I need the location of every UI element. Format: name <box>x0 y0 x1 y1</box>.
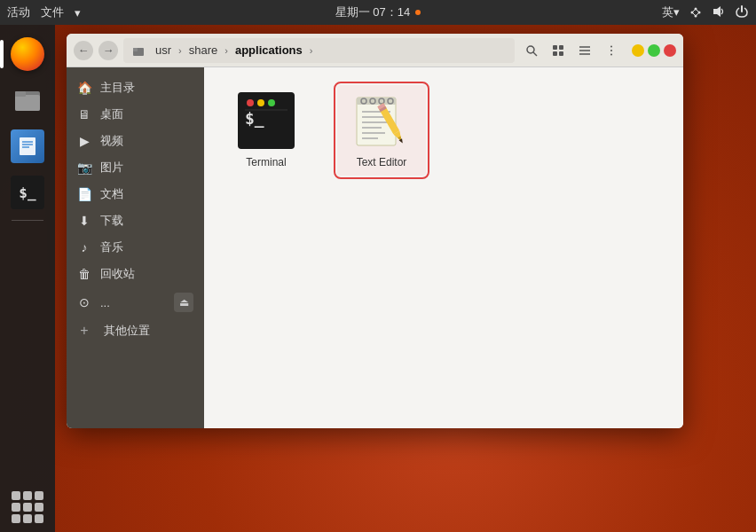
svg-rect-12 <box>20 137 35 155</box>
sidebar-documents-label: 文档 <box>100 186 123 202</box>
svg-point-29 <box>610 53 612 55</box>
svg-point-33 <box>247 99 254 106</box>
forward-button[interactable]: → <box>98 41 118 60</box>
sidebar-item-home[interactable]: 🏠 主目录 <box>67 74 204 101</box>
file-item-terminal[interactable]: $_ Terminal <box>222 85 311 176</box>
svg-rect-20 <box>553 45 557 50</box>
topbar-left: 活动 文件 ▾ <box>7 4 255 20</box>
svg-line-6 <box>692 12 696 16</box>
app-name-label: 文件 <box>41 4 64 20</box>
svg-rect-17 <box>133 48 138 51</box>
svg-text:$_: $_ <box>245 109 264 128</box>
sidebar-music-label: 音乐 <box>100 239 123 255</box>
text-editor-file-label: Text Editor <box>357 156 407 168</box>
fm-sidebar: 🏠 主目录 🖥 桌面 ▶ 视频 📷 图片 📄 文档 ⬇ 下载 <box>67 67 204 428</box>
app-menu-button[interactable]: ▾ <box>75 6 81 20</box>
clock-label: 星期一 07：14 <box>335 4 411 20</box>
svg-line-19 <box>533 52 537 56</box>
sidebar-item-pictures[interactable]: 📷 图片 <box>67 154 204 181</box>
terminal-file-icon: $_ <box>238 92 295 149</box>
breadcrumb-sep-1: › <box>178 45 182 56</box>
svg-rect-23 <box>559 51 563 56</box>
dock-bottom <box>12 491 43 532</box>
sidebar-desktop-label: 桌面 <box>100 106 123 122</box>
documents-icon: 📄 <box>77 187 91 201</box>
grid-dot <box>12 503 20 512</box>
topbar-right: 英▾ <box>501 4 749 21</box>
grid-dot <box>23 503 32 512</box>
fm-titlebar: ← → usr › share › applications › <box>67 34 683 67</box>
sidebar-item-downloads[interactable]: ⬇ 下载 <box>67 207 204 234</box>
view-list-button[interactable] <box>573 39 596 62</box>
grid-dot <box>35 491 43 500</box>
maximize-button[interactable] <box>648 44 660 57</box>
svg-rect-10 <box>15 95 40 111</box>
sidebar-downloads-label: 下载 <box>100 213 123 229</box>
grid-dot <box>23 491 32 500</box>
breadcrumb-usr[interactable]: usr <box>152 42 175 59</box>
sidebar-pictures-label: 图片 <box>100 160 123 176</box>
topbar-center: 星期一 07：14 <box>255 4 502 20</box>
svg-rect-21 <box>559 45 563 50</box>
topbar: 活动 文件 ▾ 星期一 07：14 英▾ <box>0 0 756 25</box>
sidebar-item-more[interactable]: ⊙ ... ⏏ <box>67 287 204 317</box>
sidebar-video-label: 视频 <box>100 133 123 149</box>
file-item-text-editor[interactable]: Text Editor <box>337 85 426 176</box>
minimize-button[interactable] <box>632 44 644 57</box>
fm-main: $_ Terminal <box>204 67 683 428</box>
desktop-icon: 🖥 <box>77 107 91 121</box>
pictures-icon: 📷 <box>77 160 91 175</box>
sidebar-item-trash[interactable]: 🗑 回收站 <box>67 261 204 287</box>
menu-button[interactable] <box>600 39 623 62</box>
location-icon-button[interactable] <box>129 41 148 60</box>
volume-icon[interactable] <box>712 4 726 21</box>
language-button[interactable]: 英▾ <box>662 4 680 20</box>
svg-point-18 <box>527 46 534 53</box>
downloads-icon: ⬇ <box>77 214 91 228</box>
grid-dot <box>23 514 32 523</box>
sidebar-item-desktop[interactable]: 🖥 桌面 <box>67 101 204 128</box>
dock-item-firefox[interactable] <box>7 34 48 74</box>
video-icon: ▶ <box>77 134 91 148</box>
power-icon[interactable] <box>735 4 749 21</box>
dock-divider <box>12 220 43 221</box>
search-button[interactable] <box>520 39 543 62</box>
more-icon: ⊙ <box>77 295 91 309</box>
svg-rect-22 <box>553 51 557 56</box>
svg-rect-11 <box>15 91 26 97</box>
network-icon[interactable] <box>689 4 703 21</box>
svg-line-4 <box>696 9 699 12</box>
sidebar-item-documents[interactable]: 📄 文档 <box>67 181 204 207</box>
dock-item-writer[interactable] <box>7 126 48 167</box>
sidebar-more-label: ... <box>100 296 110 309</box>
text-editor-file-icon <box>353 92 410 149</box>
breadcrumb-share[interactable]: share <box>185 42 222 59</box>
svg-marker-8 <box>713 6 721 17</box>
location-bar: usr › share › applications › <box>123 38 515 63</box>
eject-button[interactable]: ⏏ <box>174 293 193 312</box>
trash-icon: 🗑 <box>77 267 91 281</box>
terminal-file-label: Terminal <box>246 156 286 168</box>
show-apps-button[interactable] <box>12 491 43 523</box>
add-icon: + <box>77 324 91 338</box>
sidebar-item-other-locations[interactable]: + 其他位置 <box>67 317 204 344</box>
close-button[interactable] <box>664 44 676 57</box>
fm-toolbar-right <box>520 39 623 62</box>
dock-item-terminal[interactable]: $_ <box>7 172 48 213</box>
sidebar-item-music[interactable]: ♪ 音乐 <box>67 234 204 261</box>
fm-content: 🏠 主目录 🖥 桌面 ▶ 视频 📷 图片 📄 文档 ⬇ 下载 <box>67 67 683 428</box>
dock: $_ <box>0 25 55 532</box>
sidebar-item-video[interactable]: ▶ 视频 <box>67 128 204 154</box>
sidebar-home-label: 主目录 <box>100 80 135 96</box>
sidebar-trash-label: 回收站 <box>100 266 135 282</box>
activities-button[interactable]: 活动 <box>7 4 30 20</box>
view-grid-button[interactable] <box>547 39 570 62</box>
notification-dot <box>415 10 421 15</box>
dock-item-files[interactable] <box>7 80 48 121</box>
breadcrumb-applications[interactable]: applications <box>232 42 306 59</box>
breadcrumb-sep-3: › <box>310 45 313 56</box>
svg-point-35 <box>268 99 275 106</box>
back-button[interactable]: ← <box>74 41 93 60</box>
svg-line-7 <box>696 12 699 16</box>
grid-dot <box>35 514 43 523</box>
